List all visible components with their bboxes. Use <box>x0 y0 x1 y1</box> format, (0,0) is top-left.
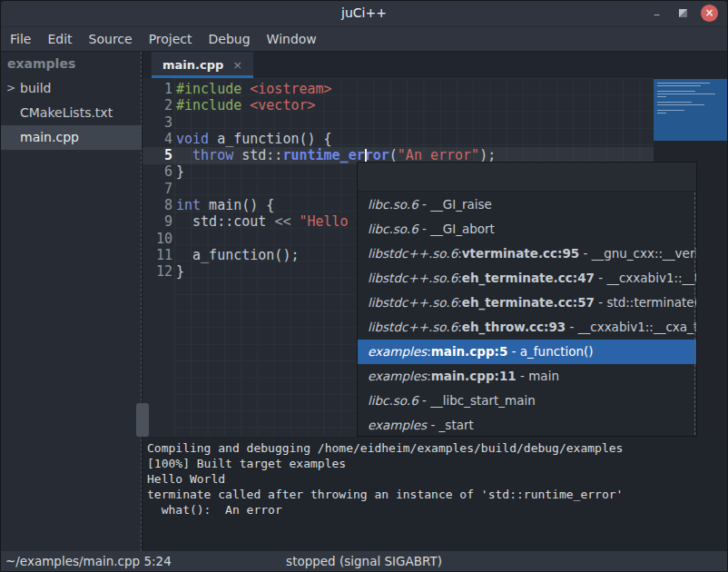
close-icon: × <box>704 5 713 21</box>
popup-token: examples <box>368 344 427 359</box>
minimap-code-bar <box>657 113 666 113</box>
maximize-button[interactable] <box>674 5 692 22</box>
popup-row-3[interactable]: libstdc++.so.6:eh_terminate.cc:47 - __cx… <box>358 266 696 291</box>
menu-item-window[interactable]: Window <box>259 29 325 49</box>
popup-row-5[interactable]: libstdc++.so.6:eh_throw.cc:93 - __cxxabi… <box>358 315 696 340</box>
popup-token: - a_function() <box>507 344 593 359</box>
code-line-3[interactable] <box>174 114 654 131</box>
popup-token: - __GI_abort <box>418 222 495 236</box>
tree-item-cmakelists-txt[interactable]: CMakeLists.txt <box>0 101 142 125</box>
popup-row-8[interactable]: libc.so.6 - __libc_start_main <box>358 389 696 413</box>
minimize-button[interactable]: – <box>648 5 665 22</box>
popup-token: - main <box>516 369 559 383</box>
terminal-line-2: Hello World <box>147 471 728 487</box>
scrollbar-thumb[interactable] <box>136 403 149 437</box>
code-token: std::cout <box>176 213 274 230</box>
line-number: 4 <box>143 131 172 147</box>
popup-token: eh_terminate.cc:57 <box>462 295 595 310</box>
code-token: #include <box>176 81 250 97</box>
terminal-output[interactable]: Compiling and debugging /home/eidheim/ex… <box>143 437 728 551</box>
popup-row-7[interactable]: examples:main.cpp:11 - main <box>358 364 696 389</box>
tree-item-label: CMakeLists.txt <box>20 105 113 120</box>
minimap-slider[interactable] <box>654 79 728 141</box>
chevron-right-icon[interactable]: > <box>6 76 15 101</box>
popup-token: libc.so.6 <box>368 197 418 212</box>
popup-row-2[interactable]: libstdc++.so.6:vterminate.cc:95 - __gnu_… <box>358 242 696 266</box>
popup-token: - _start <box>427 418 474 432</box>
popup-token: - __libc_start_main <box>418 393 536 408</box>
code-line-2[interactable]: #include <vector> <box>174 97 654 113</box>
menu-item-edit[interactable]: Edit <box>39 29 80 49</box>
tree-item-build[interactable]: >build <box>0 76 142 101</box>
minimize-icon: – <box>654 9 660 18</box>
project-name: examples <box>0 52 142 76</box>
popup-token: libc.so.6 <box>368 393 418 408</box>
line-number: 6 <box>143 163 172 180</box>
popup-token: - __gnu_cxx::__verbos <box>579 246 696 261</box>
line-number: 8 <box>143 197 172 213</box>
menu-item-file[interactable]: File <box>2 29 39 49</box>
status-debug-state: stopped (signal SIGABRT) <box>0 554 728 568</box>
tree-item-main-cpp[interactable]: main.cpp <box>0 125 142 150</box>
popup-token: examples <box>368 418 427 432</box>
menu-item-project[interactable]: Project <box>141 29 201 49</box>
minimap-code-bar <box>657 85 701 86</box>
line-number: 3 <box>143 114 172 131</box>
popup-token: - __cxxabiv1::__cxa_thro <box>566 320 696 334</box>
code-token: throw <box>192 147 233 163</box>
menu-item-source[interactable]: Source <box>81 29 141 49</box>
popup-row-4[interactable]: libstdc++.so.6:eh_terminate.cc:57 - std:… <box>358 291 696 315</box>
popup-row-6[interactable]: examples:main.cpp:5 - a_function() <box>358 340 696 364</box>
line-number: 7 <box>143 181 172 197</box>
tab-close-icon[interactable]: × <box>232 58 242 72</box>
popup-header <box>358 163 696 192</box>
popup-token: eh_terminate.cc:47 <box>462 271 595 285</box>
popup-scrollbar[interactable] <box>694 192 695 435</box>
line-number: 11 <box>143 247 172 263</box>
code-token: std:: <box>233 147 282 163</box>
window-title: juCi++ <box>0 5 728 20</box>
popup-row-0[interactable]: libc.so.6 - __GI_raise <box>358 192 696 217</box>
popup-token: - std::terminate() <box>595 295 696 310</box>
minimap-code-bar <box>657 91 695 92</box>
code-line-1[interactable]: #include <iostream> <box>174 81 654 97</box>
code-token: #include <box>176 97 250 113</box>
menubar: FileEditSourceProjectDebugWindow <box>0 27 728 52</box>
popup-row-9[interactable]: examples - _start <box>358 413 696 438</box>
code-token: "Hello W <box>299 213 364 230</box>
pane-divider[interactable] <box>141 52 142 551</box>
tab-main-cpp[interactable]: main.cpp× <box>152 52 253 78</box>
popup-token: vterminate.cc:95 <box>462 246 579 261</box>
minimap-code-bar <box>657 94 715 94</box>
terminal-line-4: what(): An error <box>147 502 728 518</box>
terminal-line-0: Compiling and debugging /home/eidheim/ex… <box>147 440 728 456</box>
popup-token: libstdc++.so.6 <box>368 246 457 261</box>
terminal-line-3: terminate called after throwing an insta… <box>147 487 728 502</box>
maximize-icon <box>679 9 687 17</box>
popup-token: libc.so.6 <box>368 222 418 236</box>
code-token: <iostream> <box>250 81 331 97</box>
minimap-code-bar <box>657 104 704 105</box>
code-token: a_function() { <box>209 131 331 147</box>
close-button[interactable]: × <box>701 5 718 22</box>
popup-row-1[interactable]: libc.so.6 - __GI_abort <box>358 217 696 242</box>
file-tree-sidebar[interactable]: examples >buildCMakeLists.txtmain.cpp <box>0 52 142 551</box>
code-token: main() { <box>201 197 274 213</box>
code-token: << <box>274 213 290 230</box>
line-number: 2 <box>143 97 172 113</box>
menu-item-debug[interactable]: Debug <box>201 29 259 49</box>
code-token: } <box>176 263 184 280</box>
line-number: 1 <box>143 81 172 97</box>
code-token: void <box>176 131 209 147</box>
minimap-code-bar <box>657 110 684 111</box>
popup-token: libstdc++.so.6 <box>368 320 457 334</box>
minimap-code-bar <box>657 83 710 84</box>
tree-item-label: build <box>20 81 51 95</box>
line-number: 12 <box>143 263 172 280</box>
tab-label: main.cpp <box>162 58 223 72</box>
line-number: 10 <box>143 231 172 247</box>
code-line-4[interactable]: void a_function() { <box>174 131 654 147</box>
popup-token: libstdc++.so.6 <box>368 295 457 310</box>
code-token <box>176 147 192 163</box>
titlebar[interactable]: juCi++ – × <box>0 0 728 27</box>
